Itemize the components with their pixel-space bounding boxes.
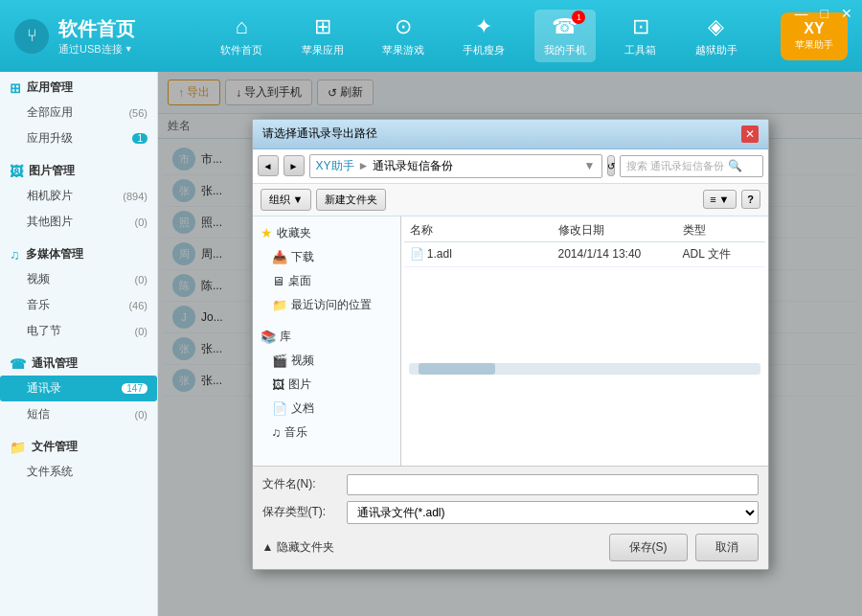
photo-mgmt-icon: 🖼 (10, 164, 23, 179)
comm-mgmt-icon: ☎ (10, 356, 26, 372)
video-lib-icon: 🎬 (272, 354, 287, 368)
dialog-file-toolbar: 组织 ▼ 新建文件夹 ≡ ▼ ? (253, 184, 768, 217)
window-controls: — □ ✕ (790, 5, 857, 22)
search-bar[interactable]: 搜索 通讯录短信备份 🔍 (620, 155, 763, 177)
minimize-button[interactable]: — (790, 5, 813, 22)
sms-label: 短信 (27, 406, 50, 422)
view-button[interactable]: ≡ ▼ (703, 190, 736, 209)
sidebar-item-sms[interactable]: 短信 (0) (0, 401, 157, 427)
hide-folder-label: 隐藏文件夹 (277, 539, 334, 556)
video-count: (0) (135, 274, 147, 285)
maximize-button[interactable]: □ (816, 5, 833, 22)
filesystem-label: 文件系统 (27, 464, 73, 480)
tools-icon: ⊡ (632, 14, 649, 39)
slim-icon: ✦ (475, 14, 492, 39)
dropdown-arrow-icon: ▼ (584, 159, 596, 172)
sidebar-item-contacts[interactable]: 通讯录 147 (0, 376, 157, 401)
tree-item-docs[interactable]: 📄 义档 (253, 397, 400, 421)
dialog-footer: 文件名(N): 保存类型(T): 通讯录文件(*.adl) ▲ (253, 466, 768, 569)
sidebar-item-all-apps[interactable]: 全部应用 (56) (0, 100, 157, 125)
folder-tree: ★ 收藏夹 📥 下载 🖥 桌面 (253, 217, 401, 466)
filetype-select[interactable]: 通讯录文件(*.adl) (347, 501, 759, 524)
nav-apple-apps-label: 苹果应用 (302, 43, 344, 57)
new-folder-button[interactable]: 新建文件夹 (316, 189, 386, 211)
nav-apple-apps[interactable]: ⊞ 苹果应用 (292, 10, 353, 62)
file-row[interactable]: 📄 1.adl 2014/1/14 13:40 ADL 文件 (404, 242, 765, 267)
hide-folder-toggle[interactable]: ▲ 隐藏文件夹 (262, 539, 335, 556)
filename-row: 文件名(N): (262, 474, 759, 495)
downloads-label: 下载 (291, 249, 314, 265)
breadcrumb[interactable]: XY助手 ► 通讯录短信备份 ▼ (309, 154, 602, 178)
sidebar-item-app-upgrade[interactable]: 应用升级 1 (0, 125, 157, 151)
desktop-icon: 🖥 (272, 274, 284, 288)
ringtone-label: 电了节 (27, 323, 61, 339)
filename-input[interactable] (347, 474, 759, 495)
recent-label: 最近访问的位置 (291, 297, 372, 313)
device-details: 软件首页 通过USB连接 ▼ (58, 16, 135, 57)
breadcrumb-part2: 通讯录短信备份 (373, 158, 453, 174)
library-icon: 📚 (261, 330, 276, 344)
dialog-close-button[interactable]: ✕ (741, 125, 759, 143)
device-name: 软件首页 (58, 16, 135, 42)
contacts-label: 通讯录 (27, 380, 61, 397)
tree-item-video[interactable]: 🎬 视频 (253, 349, 400, 373)
sidebar-item-other-photos[interactable]: 其他图片 (0) (0, 209, 157, 235)
sidebar-item-ringtone[interactable]: 电了节 (0) (0, 318, 157, 344)
content-area: ↑ 导出 ↓ 导入到手机 ↺ 刷新 姓名 电话 邮箱 (158, 72, 862, 616)
file-icon: 📄 (410, 247, 424, 261)
horizontal-scrollbar[interactable] (409, 363, 760, 375)
save-button[interactable]: 保存(S) (609, 534, 688, 561)
file-name: 📄 1.adl (410, 247, 558, 261)
cancel-button[interactable]: 取消 (695, 534, 759, 561)
games-icon: ⊙ (395, 14, 412, 39)
favorites-icon: ★ (261, 225, 273, 240)
view-dropdown-icon: ▼ (719, 194, 730, 205)
main-area: ⊞ 应用管理 全部应用 (56) 应用升级 1 🖼 图片管理 相机胶片 (894… (0, 72, 862, 616)
dialog-actions: ▲ 隐藏文件夹 保存(S) 取消 (262, 534, 759, 561)
search-placeholder-text: 搜索 通讯录短信备份 (626, 159, 724, 173)
sidebar-item-filesystem[interactable]: 文件系统 (0, 459, 157, 485)
forward-button[interactable]: ► (284, 155, 305, 176)
scrollbar-thumb[interactable] (419, 363, 495, 375)
music-lib-icon: ♫ (272, 425, 282, 440)
tree-item-music[interactable]: ♫ 音乐 (253, 421, 400, 445)
help-button[interactable]: ? (741, 190, 760, 209)
organize-button[interactable]: 组织 ▼ (261, 189, 312, 211)
media-mgmt-icon: ♫ (10, 247, 20, 262)
sidebar: ⊞ 应用管理 全部应用 (56) 应用升级 1 🖼 图片管理 相机胶片 (894… (0, 72, 158, 616)
tree-item-downloads[interactable]: 📥 下载 (253, 245, 400, 269)
refresh-breadcrumb-button[interactable]: ↺ (607, 155, 615, 176)
back-button[interactable]: ◄ (258, 155, 279, 176)
xy-main-label: XY (804, 20, 824, 37)
tree-item-pictures[interactable]: 🖼 图片 (253, 373, 400, 397)
comm-mgmt-label: 通讯管理 (32, 355, 78, 372)
dropdown-arrow[interactable]: ▼ (125, 44, 133, 54)
sidebar-item-camera-roll[interactable]: 相机胶片 (894) (0, 183, 157, 209)
photo-mgmt-label: 图片管理 (29, 163, 75, 179)
nav-apple-games[interactable]: ⊙ 苹果游戏 (373, 10, 434, 62)
nav-tools[interactable]: ⊡ 工具箱 (615, 10, 666, 62)
ringtone-count: (0) (135, 326, 147, 337)
tree-item-recent[interactable]: 📁 最近访问的位置 (253, 293, 400, 317)
downloads-icon: 📥 (272, 250, 287, 264)
device-info-section: ⑂ 软件首页 通过USB连接 ▼ (0, 16, 192, 57)
nav-myphone[interactable]: ☎ 1 我的手机 (534, 10, 596, 62)
breadcrumb-sep: ► (358, 159, 370, 172)
nav-jailbreak[interactable]: ◈ 越狱助手 (686, 10, 747, 62)
tree-item-desktop[interactable]: 🖥 桌面 (253, 269, 400, 293)
device-connection[interactable]: 通过USB连接 ▼ (58, 42, 135, 57)
nav-slim[interactable]: ✦ 手机瘦身 (453, 10, 514, 62)
sms-count: (0) (135, 409, 147, 421)
contacts-badge: 147 (122, 383, 147, 394)
tree-item-favorites[interactable]: ★ 收藏夹 (253, 221, 400, 245)
nav-home[interactable]: ⌂ 软件首页 (211, 10, 272, 62)
app-upgrade-badge: 1 (132, 133, 147, 144)
usb-icon: ⑂ (14, 19, 49, 54)
tree-item-library[interactable]: 📚 库 (253, 325, 400, 349)
close-button[interactable]: ✕ (836, 5, 857, 22)
dialog-nav-toolbar: ◄ ► XY助手 ► 通讯录短信备份 ▼ ↺ 搜 (253, 149, 768, 184)
filetype-row: 保存类型(T): 通讯录文件(*.adl) (262, 501, 759, 524)
docs-label: 义档 (291, 400, 314, 417)
sidebar-item-video[interactable]: 视频 (0) (0, 266, 157, 292)
sidebar-item-music[interactable]: 音乐 (46) (0, 292, 157, 318)
